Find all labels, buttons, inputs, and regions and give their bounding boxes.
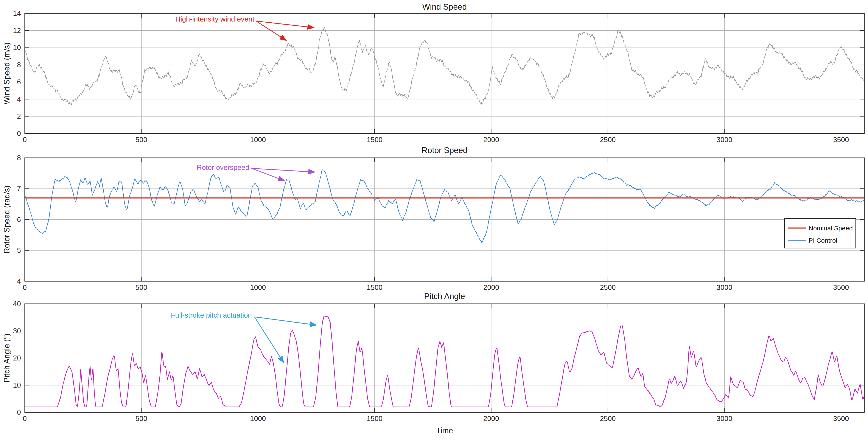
x-tick-label: 3000 [717,283,732,291]
x-tick-label: 0 [23,414,27,422]
x-tick-label: 1000 [250,283,266,291]
annotation-text: Full-stroke pitch actuation [171,311,252,319]
annotation-wind-speed: High-intensity wind event [175,15,313,40]
y-axis-label: Rotor Speed (rad/s) [2,185,11,253]
x-tick-label: 1500 [367,414,382,422]
subplot-title: Wind Speed [422,2,467,11]
wind-speed-series-wind-line [25,27,864,105]
axes-border [25,13,864,133]
x-tick-label: 3000 [717,414,732,422]
annotation-arrow [255,317,283,362]
y-tick-label: 30 [13,327,21,335]
y-tick-label: 6 [17,216,21,223]
legend-entry-label: PI Control [809,237,837,244]
x-tick-label: 3500 [833,283,849,291]
x-tick-label: 0 [23,136,27,144]
subplot-title: Rotor Speed [422,146,467,155]
x-tick-label: 1500 [367,136,382,144]
x-tick-label: 2500 [600,136,616,144]
y-tick-label: 4 [17,277,21,285]
x-tick-label: 500 [135,136,147,144]
x-tick-label: 2000 [483,283,499,291]
x-tick-label: 3500 [833,414,849,422]
x-tick-label: 3000 [717,136,732,144]
y-tick-label: 4 [17,95,21,103]
legend-entry-label: Nominal Speed [809,225,853,232]
x-tick-label: 500 [135,414,147,422]
y-tick-label: 20 [13,354,21,362]
annotation-text: High-intensity wind event [175,15,254,23]
y-tick-label: 2 [17,112,21,120]
x-tick-label: 1000 [250,136,266,144]
rotor-speed-series-pi-control-line [25,170,864,243]
x-tick-label: 0 [23,283,27,291]
x-tick-label: 1000 [250,414,266,422]
annotation-arrow [255,317,316,325]
annotation-text: Rotor overspeed [197,163,249,171]
y-tick-label: 0 [17,129,21,137]
y-tick-label: 8 [17,61,21,69]
subplot-title: Pitch Angle [424,292,465,301]
pitch-angle-series-pitch-line [25,316,864,407]
y-tick-label: 8 [17,154,21,162]
x-tick-label: 500 [135,283,147,291]
annotation-pitch-angle: Full-stroke pitch actuation [171,311,315,362]
y-tick-label: 14 [13,9,21,17]
y-tick-label: 7 [17,185,21,192]
y-tick-label: 5 [17,246,21,254]
y-tick-label: 12 [13,27,21,34]
y-tick-label: 40 [13,300,21,308]
y-axis-label: Wind Speed (m/s) [2,42,11,104]
y-axis-label: Pitch Angle (°) [2,334,11,383]
x-tick-label: 2000 [483,136,499,144]
x-axis-label: Time [436,426,453,435]
x-tick-label: 1500 [367,283,382,291]
annotation-rotor-speed: Rotor overspeed [197,163,314,180]
subplot-wind-speed: 050010001500200025003000350002468101214W… [2,2,864,144]
x-tick-label: 2000 [483,414,499,422]
x-tick-label: 2500 [600,414,616,422]
legend-box: Nominal SpeedPI Control [784,219,856,248]
subplot-rotor-speed: 050010001500200025003000350045678Rotor S… [2,146,864,291]
y-tick-label: 6 [17,78,21,86]
y-tick-label: 0 [17,408,21,416]
x-tick-label: 3500 [833,136,849,144]
x-tick-label: 2500 [600,283,616,291]
y-tick-label: 10 [13,43,21,52]
matlab-figure-window: 050010001500200025003000350002468101214W… [0,0,868,441]
y-tick-label: 10 [13,381,21,389]
figure-canvas: 050010001500200025003000350002468101214W… [0,0,868,441]
subplot-pitch-angle: 0500100015002000250030003500010203040Pit… [2,292,864,435]
